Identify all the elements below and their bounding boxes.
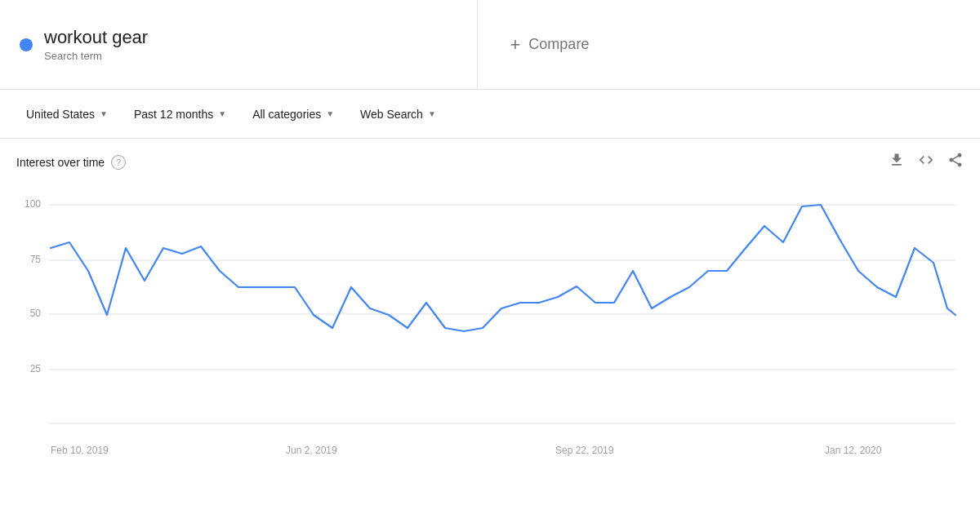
chart-title-area: Interest over time ?	[16, 155, 126, 170]
download-icon[interactable]	[889, 152, 905, 172]
embed-icon[interactable]	[918, 152, 934, 172]
chart-header: Interest over time ?	[16, 152, 964, 172]
svg-text:50: 50	[30, 308, 42, 319]
search-type-filter[interactable]: Web Search ▼	[350, 103, 446, 126]
term-name: workout gear	[44, 27, 148, 48]
svg-text:25: 25	[30, 363, 42, 374]
search-term-dot	[20, 38, 33, 51]
help-icon[interactable]: ?	[111, 155, 126, 170]
compare-plus-icon: +	[510, 36, 521, 54]
chart-actions	[889, 152, 964, 172]
search-term-section: workout gear Search term	[0, 0, 478, 89]
svg-text:Feb 10, 2019: Feb 10, 2019	[51, 445, 109, 456]
compare-section[interactable]: + Compare	[478, 0, 981, 89]
trend-chart: 100 75 50 25 Feb 10, 2019 Jun 2, 2019 Se…	[16, 180, 964, 482]
region-filter[interactable]: United States ▼	[16, 103, 118, 126]
chart-container: 100 75 50 25 Feb 10, 2019 Jun 2, 2019 Se…	[16, 180, 964, 482]
filters-bar: United States ▼ Past 12 months ▼ All cat…	[0, 90, 980, 139]
term-type: Search term	[44, 50, 148, 62]
time-range-chevron-icon: ▼	[218, 109, 226, 118]
svg-text:Sep 22, 2019: Sep 22, 2019	[555, 445, 614, 456]
chart-section: Interest over time ?	[0, 139, 980, 482]
search-type-label: Web Search	[360, 108, 423, 121]
header: workout gear Search term + Compare	[0, 0, 980, 90]
svg-text:75: 75	[30, 254, 42, 265]
category-chevron-icon: ▼	[326, 109, 334, 118]
search-term-text: workout gear Search term	[44, 27, 148, 62]
region-label: United States	[26, 108, 95, 121]
category-filter[interactable]: All categories ▼	[243, 103, 344, 126]
svg-text:Jan 12, 2020: Jan 12, 2020	[825, 445, 882, 456]
time-range-label: Past 12 months	[134, 108, 213, 121]
svg-text:Jun 2, 2019: Jun 2, 2019	[286, 445, 337, 456]
search-type-chevron-icon: ▼	[428, 109, 436, 118]
time-range-filter[interactable]: Past 12 months ▼	[124, 103, 236, 126]
category-label: All categories	[252, 108, 321, 121]
region-chevron-icon: ▼	[100, 109, 108, 118]
chart-title: Interest over time	[16, 156, 105, 169]
share-icon[interactable]	[947, 152, 964, 172]
svg-text:100: 100	[24, 198, 41, 210]
compare-label: Compare	[528, 36, 589, 53]
